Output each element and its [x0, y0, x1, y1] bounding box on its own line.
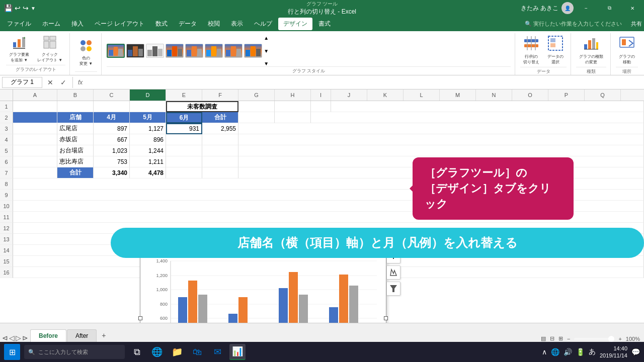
switch-row-col-button[interactable]: 行/列の切り替え [520, 33, 542, 67]
task-view-icon[interactable]: ⧉ [129, 344, 145, 360]
user-avatar[interactable]: 👤 [561, 2, 574, 14]
tray-up-arrow[interactable]: ∧ [542, 348, 547, 356]
cancel-formula-button[interactable]: ✕ [44, 77, 56, 87]
cell-6-A[interactable] [13, 156, 57, 167]
cell-6-D[interactable]: 1,211 [130, 156, 166, 167]
tab-nav-first[interactable]: ⊲ [2, 334, 8, 342]
redo-icon[interactable]: ↪ [23, 4, 29, 12]
cell-5-B[interactable]: お台場店 [57, 145, 94, 156]
tab-nav-prev[interactable]: ◁ [9, 334, 15, 342]
col-header-H[interactable]: H [275, 89, 311, 101]
cell-2-C[interactable]: 4月 [94, 112, 130, 123]
search-action[interactable]: 🔍 実行したい作業を入力してください [525, 20, 622, 28]
menu-formula[interactable]: 数式 [150, 18, 173, 30]
filter-chart-button[interactable] [386, 282, 400, 296]
cell-5-G[interactable] [238, 145, 644, 156]
share-label[interactable]: 共有 [631, 20, 642, 28]
style-2[interactable] [126, 44, 144, 58]
sheet-tab-after[interactable]: After [67, 329, 97, 342]
style-8[interactable] [244, 44, 262, 58]
cell-5-F[interactable] [202, 145, 238, 156]
col-header-M[interactable]: M [440, 89, 476, 101]
style-chart-button[interactable] [386, 265, 400, 280]
cell-2-F[interactable]: 合計 [202, 112, 238, 123]
cell-4-D[interactable]: 896 [130, 134, 166, 145]
save-icon[interactable]: 💾 [4, 4, 13, 12]
cell-3-D[interactable]: 1,127 [130, 123, 166, 134]
menu-design[interactable]: デザイン [278, 18, 312, 30]
explorer-icon[interactable]: 📁 [169, 344, 185, 360]
change-chart-type-button[interactable]: グラフの種類の変更 [576, 33, 606, 67]
cell-4-F[interactable] [202, 134, 238, 145]
cell-4-G[interactable] [238, 134, 644, 145]
formula-input[interactable] [87, 77, 642, 88]
cell-3-E[interactable]: 931 [166, 123, 202, 134]
clock[interactable]: 14:40 2019/11/14 [600, 345, 627, 359]
cell-1-J[interactable] [331, 101, 644, 112]
cell-2-H[interactable] [275, 112, 311, 123]
sheet-tab-before[interactable]: Before [30, 329, 66, 342]
minimize-button[interactable]: − [575, 0, 598, 16]
style-1[interactable] [107, 44, 125, 58]
cell-7-C[interactable]: 3,340 [94, 167, 130, 178]
change-color-button[interactable]: 色の変更 ▼ [75, 37, 97, 68]
view-pagebreak[interactable]: ⊞ [558, 335, 563, 342]
col-header-J[interactable]: J [331, 89, 367, 101]
restore-button[interactable]: ⧉ [598, 0, 621, 16]
cell-6-C[interactable]: 753 [94, 156, 130, 167]
cell-1-C[interactable] [94, 101, 130, 112]
cell-7-D[interactable]: 4,478 [130, 167, 166, 178]
col-header-N[interactable]: N [476, 89, 512, 101]
style-7[interactable] [224, 44, 243, 58]
cell-7-A[interactable] [13, 167, 57, 178]
add-sheet-button[interactable]: + [99, 329, 108, 342]
cell-3-G[interactable] [238, 123, 644, 134]
notification-icon[interactable]: 💬 [631, 348, 640, 356]
cell-3-C[interactable]: 897 [94, 123, 130, 134]
cell-6-F[interactable] [202, 156, 238, 167]
cell-5-E[interactable] [166, 145, 202, 156]
cell-6-E[interactable] [166, 156, 202, 167]
menu-home[interactable]: ホーム [37, 18, 65, 30]
style-3[interactable] [146, 44, 164, 58]
tab-nav-last[interactable]: ⊳ [22, 334, 28, 342]
dropdown-icon[interactable]: ▼ [31, 6, 36, 11]
menu-page-layout[interactable]: ページ レイアウト [90, 18, 149, 30]
menu-view[interactable]: 表示 [226, 18, 248, 30]
col-header-D[interactable]: D [130, 89, 166, 101]
view-layout[interactable]: ⊟ [550, 335, 554, 342]
undo-icon[interactable]: ↩ [15, 4, 21, 12]
col-header-I[interactable]: I [311, 89, 331, 101]
col-header-F[interactable]: F [202, 89, 238, 101]
select-data-button[interactable]: データの選択 [544, 33, 567, 67]
start-button[interactable]: ⊞ [4, 344, 20, 360]
store-icon[interactable]: 🛍 [189, 344, 205, 360]
zoom-slider[interactable] [574, 338, 614, 340]
cell-2-G[interactable] [238, 112, 275, 123]
cell-3-A[interactable] [13, 123, 57, 134]
col-header-O[interactable]: O [512, 89, 548, 101]
gallery-scroll[interactable]: ▲ ▼ ▼ [264, 35, 269, 66]
excel-icon[interactable]: 📊 [229, 344, 246, 360]
cell-2-E[interactable]: 6月 [166, 112, 202, 123]
cell-5-A[interactable] [13, 145, 57, 156]
menu-data[interactable]: データ [174, 18, 202, 30]
cell-2-B[interactable]: 店舗 [57, 112, 94, 123]
name-box[interactable] [2, 77, 42, 88]
col-header-E[interactable]: E [166, 89, 202, 101]
cell-2-D[interactable]: 5月 [130, 112, 166, 123]
chart-handle-ml[interactable] [138, 316, 142, 320]
cell-4-C[interactable]: 667 [94, 134, 130, 145]
cell-2-A[interactable] [13, 112, 57, 123]
cell-1-G[interactable] [238, 101, 275, 112]
cell-4-B[interactable]: 赤坂店 [57, 134, 94, 145]
col-header-C[interactable]: C [94, 89, 130, 101]
tray-ime[interactable]: あ [589, 347, 596, 356]
style-4[interactable] [166, 44, 184, 58]
cell-7-E[interactable] [166, 167, 202, 178]
col-header-B[interactable]: B [57, 89, 94, 101]
col-header-A[interactable]: A [13, 89, 57, 101]
close-button[interactable]: ✕ [621, 0, 644, 16]
style-6[interactable] [205, 44, 223, 58]
menu-insert[interactable]: 挿入 [66, 18, 89, 30]
